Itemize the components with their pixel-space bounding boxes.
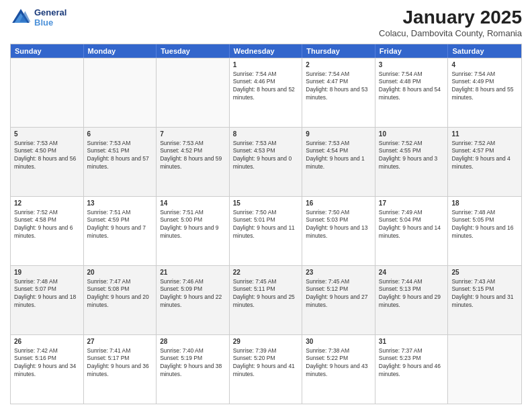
month-title: January 2025 — [379, 7, 522, 28]
day-number: 11 — [451, 130, 518, 139]
day-info: Sunrise: 7:53 AM Sunset: 4:51 PM Dayligh… — [87, 140, 153, 172]
day-cell-22: 22Sunrise: 7:45 AM Sunset: 5:11 PM Dayli… — [230, 266, 303, 334]
day-cell-17: 17Sunrise: 7:49 AM Sunset: 5:04 PM Dayli… — [375, 197, 449, 265]
weekday-header-wednesday: Wednesday — [230, 44, 303, 58]
weekday-header-tuesday: Tuesday — [157, 44, 230, 58]
day-cell-25: 25Sunrise: 7:43 AM Sunset: 5:15 PM Dayli… — [448, 266, 521, 334]
day-cell-12: 12Sunrise: 7:52 AM Sunset: 4:58 PM Dayli… — [11, 197, 84, 265]
day-number: 30 — [306, 337, 371, 347]
day-number: 18 — [451, 199, 518, 208]
day-cell-4: 4Sunrise: 7:54 AM Sunset: 4:49 PM Daylig… — [448, 58, 521, 127]
calendar-row-5: 26Sunrise: 7:42 AM Sunset: 5:16 PM Dayli… — [11, 334, 521, 404]
logo-icon — [10, 7, 32, 28]
day-info: Sunrise: 7:50 AM Sunset: 5:01 PM Dayligh… — [233, 209, 299, 241]
day-number: 13 — [87, 199, 153, 208]
day-info: Sunrise: 7:50 AM Sunset: 5:03 PM Dayligh… — [306, 209, 371, 241]
day-number: 8 — [233, 130, 299, 139]
day-number: 16 — [306, 199, 371, 208]
day-number: 6 — [87, 130, 153, 139]
day-cell-29: 29Sunrise: 7:39 AM Sunset: 5:20 PM Dayli… — [230, 335, 303, 404]
day-cell-5: 5Sunrise: 7:53 AM Sunset: 4:50 PM Daylig… — [11, 128, 84, 196]
day-number: 14 — [160, 199, 226, 208]
weekday-header-saturday: Saturday — [448, 44, 521, 58]
day-info: Sunrise: 7:52 AM Sunset: 4:57 PM Dayligh… — [451, 140, 518, 172]
calendar-body: 1Sunrise: 7:54 AM Sunset: 4:46 PM Daylig… — [11, 58, 521, 404]
day-number: 20 — [87, 268, 153, 277]
day-number: 1 — [233, 60, 299, 70]
location-subtitle: Colacu, Dambovita County, Romania — [379, 28, 522, 38]
weekday-header-friday: Friday — [375, 44, 449, 58]
day-info: Sunrise: 7:46 AM Sunset: 5:09 PM Dayligh… — [160, 278, 226, 310]
day-cell-15: 15Sunrise: 7:50 AM Sunset: 5:01 PM Dayli… — [230, 197, 303, 265]
day-number: 26 — [14, 337, 80, 347]
day-info: Sunrise: 7:44 AM Sunset: 5:13 PM Dayligh… — [379, 278, 445, 310]
day-info: Sunrise: 7:52 AM Sunset: 4:55 PM Dayligh… — [379, 140, 445, 172]
day-cell-21: 21Sunrise: 7:46 AM Sunset: 5:09 PM Dayli… — [157, 266, 230, 334]
logo: General Blue — [10, 7, 66, 28]
day-info: Sunrise: 7:43 AM Sunset: 5:15 PM Dayligh… — [451, 278, 518, 310]
day-number: 31 — [379, 337, 445, 347]
calendar: SundayMondayTuesdayWednesdayThursdayFrid… — [10, 44, 522, 404]
day-number: 27 — [87, 337, 153, 347]
day-cell-3: 3Sunrise: 7:54 AM Sunset: 4:48 PM Daylig… — [375, 58, 449, 127]
day-number: 9 — [306, 130, 371, 139]
calendar-row-2: 5Sunrise: 7:53 AM Sunset: 4:50 PM Daylig… — [11, 127, 521, 196]
day-cell-30: 30Sunrise: 7:38 AM Sunset: 5:22 PM Dayli… — [302, 335, 375, 404]
day-info: Sunrise: 7:53 AM Sunset: 4:52 PM Dayligh… — [160, 140, 226, 172]
day-cell-24: 24Sunrise: 7:44 AM Sunset: 5:13 PM Dayli… — [375, 266, 449, 334]
day-info: Sunrise: 7:54 AM Sunset: 4:48 PM Dayligh… — [379, 71, 445, 103]
day-cell-16: 16Sunrise: 7:50 AM Sunset: 5:03 PM Dayli… — [302, 197, 375, 265]
day-info: Sunrise: 7:52 AM Sunset: 4:58 PM Dayligh… — [14, 209, 80, 241]
weekday-header-sunday: Sunday — [11, 44, 84, 58]
day-number: 3 — [379, 60, 445, 70]
calendar-row-3: 12Sunrise: 7:52 AM Sunset: 4:58 PM Dayli… — [11, 196, 521, 265]
logo-text: General Blue — [34, 7, 66, 28]
day-number: 28 — [160, 337, 226, 347]
day-cell-10: 10Sunrise: 7:52 AM Sunset: 4:55 PM Dayli… — [375, 128, 449, 196]
day-cell-8: 8Sunrise: 7:53 AM Sunset: 4:53 PM Daylig… — [230, 128, 303, 196]
day-number: 7 — [160, 130, 226, 139]
day-cell-13: 13Sunrise: 7:51 AM Sunset: 4:59 PM Dayli… — [84, 197, 157, 265]
day-number: 19 — [14, 268, 80, 277]
day-number: 5 — [14, 130, 80, 139]
day-info: Sunrise: 7:54 AM Sunset: 4:49 PM Dayligh… — [451, 71, 518, 103]
day-info: Sunrise: 7:47 AM Sunset: 5:08 PM Dayligh… — [87, 278, 153, 310]
day-number: 2 — [306, 60, 371, 70]
day-number: 15 — [233, 199, 299, 208]
day-number: 25 — [451, 268, 518, 277]
day-info: Sunrise: 7:40 AM Sunset: 5:19 PM Dayligh… — [160, 347, 226, 379]
day-info: Sunrise: 7:51 AM Sunset: 4:59 PM Dayligh… — [87, 209, 153, 241]
calendar-row-4: 19Sunrise: 7:48 AM Sunset: 5:07 PM Dayli… — [11, 265, 521, 334]
calendar-row-1: 1Sunrise: 7:54 AM Sunset: 4:46 PM Daylig… — [11, 58, 521, 127]
header: General Blue January 2025 Colacu, Dambov… — [10, 7, 522, 38]
day-number: 22 — [233, 268, 299, 277]
day-cell-31: 31Sunrise: 7:37 AM Sunset: 5:23 PM Dayli… — [375, 335, 449, 404]
day-cell-19: 19Sunrise: 7:48 AM Sunset: 5:07 PM Dayli… — [11, 266, 84, 334]
day-cell-14: 14Sunrise: 7:51 AM Sunset: 5:00 PM Dayli… — [157, 197, 230, 265]
day-number: 24 — [379, 268, 445, 277]
day-info: Sunrise: 7:53 AM Sunset: 4:53 PM Dayligh… — [233, 140, 299, 172]
day-cell-27: 27Sunrise: 7:41 AM Sunset: 5:17 PM Dayli… — [84, 335, 157, 404]
day-cell-9: 9Sunrise: 7:53 AM Sunset: 4:54 PM Daylig… — [302, 128, 375, 196]
day-info: Sunrise: 7:51 AM Sunset: 5:00 PM Dayligh… — [160, 209, 226, 241]
empty-cell-4-6 — [448, 335, 521, 404]
day-info: Sunrise: 7:53 AM Sunset: 4:54 PM Dayligh… — [306, 140, 371, 172]
day-cell-18: 18Sunrise: 7:48 AM Sunset: 5:05 PM Dayli… — [448, 197, 521, 265]
day-info: Sunrise: 7:54 AM Sunset: 4:47 PM Dayligh… — [306, 71, 371, 103]
day-info: Sunrise: 7:45 AM Sunset: 5:11 PM Dayligh… — [233, 278, 299, 310]
empty-cell-0-1 — [84, 58, 157, 127]
day-cell-6: 6Sunrise: 7:53 AM Sunset: 4:51 PM Daylig… — [84, 128, 157, 196]
day-info: Sunrise: 7:48 AM Sunset: 5:05 PM Dayligh… — [451, 209, 518, 241]
page: General Blue January 2025 Colacu, Dambov… — [0, 0, 532, 411]
day-cell-7: 7Sunrise: 7:53 AM Sunset: 4:52 PM Daylig… — [157, 128, 230, 196]
empty-cell-0-2 — [157, 58, 230, 127]
day-number: 17 — [379, 199, 445, 208]
day-info: Sunrise: 7:54 AM Sunset: 4:46 PM Dayligh… — [233, 71, 299, 103]
day-info: Sunrise: 7:42 AM Sunset: 5:16 PM Dayligh… — [14, 347, 80, 379]
calendar-header: SundayMondayTuesdayWednesdayThursdayFrid… — [11, 44, 521, 58]
day-info: Sunrise: 7:38 AM Sunset: 5:22 PM Dayligh… — [306, 347, 371, 379]
day-cell-23: 23Sunrise: 7:45 AM Sunset: 5:12 PM Dayli… — [302, 266, 375, 334]
day-info: Sunrise: 7:41 AM Sunset: 5:17 PM Dayligh… — [87, 347, 153, 379]
day-cell-11: 11Sunrise: 7:52 AM Sunset: 4:57 PM Dayli… — [448, 128, 521, 196]
day-cell-20: 20Sunrise: 7:47 AM Sunset: 5:08 PM Dayli… — [84, 266, 157, 334]
